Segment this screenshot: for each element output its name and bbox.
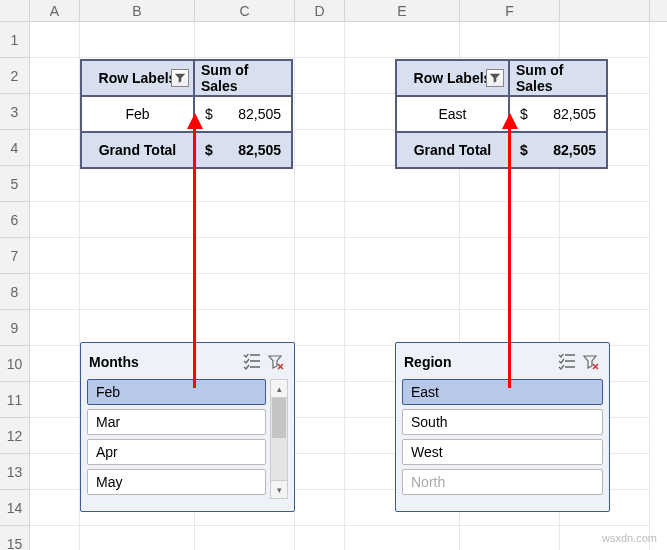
cell[interactable] (295, 526, 345, 550)
cell[interactable] (295, 310, 345, 346)
cell[interactable] (80, 526, 195, 550)
cell[interactable] (560, 166, 650, 202)
cell[interactable] (30, 274, 80, 310)
cell[interactable] (195, 22, 295, 58)
clear-filter-icon[interactable] (264, 351, 288, 373)
scroll-thumb[interactable] (272, 398, 286, 438)
slicer-region[interactable]: Region East South West North (395, 342, 610, 512)
cell[interactable] (295, 22, 345, 58)
multi-select-icon[interactable] (555, 351, 579, 373)
row-header-1[interactable]: 1 (0, 22, 30, 58)
row-header-4[interactable]: 4 (0, 130, 30, 166)
slicer-item-south[interactable]: South (402, 409, 603, 435)
row-header-7[interactable]: 7 (0, 238, 30, 274)
scroll-track[interactable] (271, 398, 287, 480)
cell[interactable] (345, 526, 460, 550)
slicer-item-feb[interactable]: Feb (87, 379, 266, 405)
pivot-data-value[interactable]: $82,505 (194, 96, 292, 132)
slicer-item-west[interactable]: West (402, 439, 603, 465)
cell[interactable] (560, 274, 650, 310)
cell[interactable] (30, 166, 80, 202)
cell[interactable] (295, 130, 345, 166)
cell[interactable] (30, 490, 80, 526)
pivot-data-label[interactable]: Feb (81, 96, 194, 132)
col-header-B[interactable]: B (80, 0, 195, 21)
cell[interactable] (30, 346, 80, 382)
cell[interactable] (30, 382, 80, 418)
col-header-D[interactable]: D (295, 0, 345, 21)
cell[interactable] (30, 238, 80, 274)
cell[interactable] (80, 166, 195, 202)
cell[interactable] (195, 238, 295, 274)
slicer-scrollbar[interactable]: ▴ ▾ (270, 379, 288, 499)
scroll-down-button[interactable]: ▾ (271, 480, 287, 498)
cell[interactable] (80, 274, 195, 310)
col-header-C[interactable]: C (195, 0, 295, 21)
row-header-15[interactable]: 15 (0, 526, 30, 550)
cell[interactable] (295, 454, 345, 490)
col-header-F[interactable]: F (460, 0, 560, 21)
cell[interactable] (345, 22, 460, 58)
row-header-9[interactable]: 9 (0, 310, 30, 346)
cell[interactable] (30, 58, 80, 94)
cell[interactable] (345, 238, 460, 274)
cell[interactable] (80, 310, 195, 346)
cell[interactable] (295, 166, 345, 202)
row-header-14[interactable]: 14 (0, 490, 30, 526)
row-header-12[interactable]: 12 (0, 418, 30, 454)
cell[interactable] (80, 202, 195, 238)
cell[interactable] (30, 130, 80, 166)
cell[interactable] (295, 490, 345, 526)
cell[interactable] (345, 310, 460, 346)
row-header-8[interactable]: 8 (0, 274, 30, 310)
filter-dropdown-button[interactable] (171, 69, 189, 87)
cell[interactable] (295, 346, 345, 382)
slicer-item-mar[interactable]: Mar (87, 409, 266, 435)
col-header-A[interactable]: A (30, 0, 80, 21)
clear-filter-icon[interactable] (579, 351, 603, 373)
cell[interactable] (560, 238, 650, 274)
filter-dropdown-button[interactable] (486, 69, 504, 87)
cell[interactable] (460, 22, 560, 58)
cell[interactable] (295, 202, 345, 238)
cell[interactable] (295, 238, 345, 274)
cell[interactable] (30, 418, 80, 454)
cell[interactable] (195, 310, 295, 346)
col-header-E[interactable]: E (345, 0, 460, 21)
cell[interactable] (195, 274, 295, 310)
row-header-5[interactable]: 5 (0, 166, 30, 202)
cell[interactable] (80, 22, 195, 58)
row-header-11[interactable]: 11 (0, 382, 30, 418)
cell[interactable] (30, 202, 80, 238)
cell[interactable] (295, 382, 345, 418)
slicer-item-north[interactable]: North (402, 469, 603, 495)
pivot-data-value[interactable]: $82,505 (509, 96, 607, 132)
cell[interactable] (560, 22, 650, 58)
cell[interactable] (295, 418, 345, 454)
cell[interactable] (345, 274, 460, 310)
cell[interactable] (80, 238, 195, 274)
slicer-item-may[interactable]: May (87, 469, 266, 495)
row-header-2[interactable]: 2 (0, 58, 30, 94)
slicer-item-apr[interactable]: Apr (87, 439, 266, 465)
cell[interactable] (30, 310, 80, 346)
cell[interactable] (30, 94, 80, 130)
row-header-6[interactable]: 6 (0, 202, 30, 238)
cell[interactable] (345, 166, 460, 202)
cell[interactable] (460, 526, 560, 550)
cell[interactable] (560, 202, 650, 238)
cell[interactable] (295, 274, 345, 310)
multi-select-icon[interactable] (240, 351, 264, 373)
cell[interactable] (295, 94, 345, 130)
row-header-13[interactable]: 13 (0, 454, 30, 490)
cell[interactable] (30, 454, 80, 490)
row-header-3[interactable]: 3 (0, 94, 30, 130)
cell[interactable] (195, 166, 295, 202)
cell[interactable] (195, 526, 295, 550)
cell[interactable] (560, 310, 650, 346)
pivot-data-label[interactable]: East (396, 96, 509, 132)
cell[interactable] (30, 526, 80, 550)
cell[interactable] (345, 202, 460, 238)
slicer-months[interactable]: Months Feb Mar Apr May ▴ ▾ (80, 342, 295, 512)
slicer-item-east[interactable]: East (402, 379, 603, 405)
